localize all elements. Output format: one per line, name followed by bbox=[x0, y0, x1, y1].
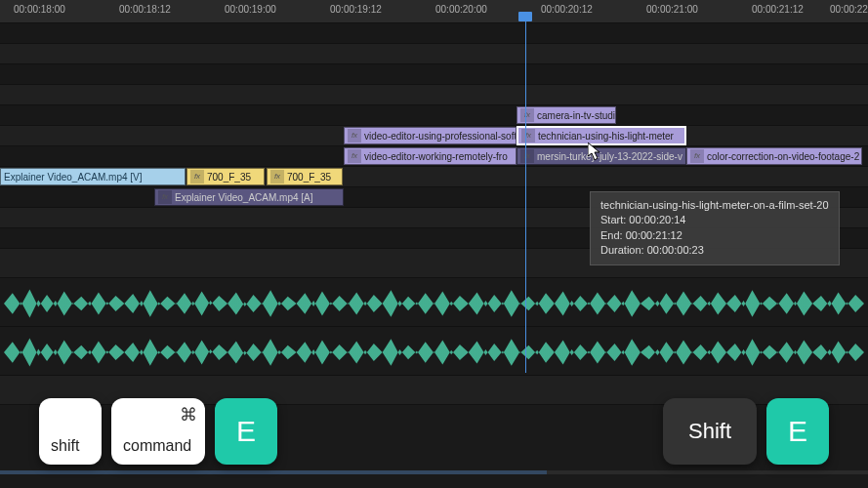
shortcut-keys-right: Shift E bbox=[663, 398, 829, 465]
playhead-line[interactable] bbox=[525, 21, 526, 373]
fx-badge-icon: fx bbox=[270, 170, 284, 183]
key-label: E bbox=[788, 415, 807, 448]
key-e-alt: E bbox=[766, 398, 829, 465]
ruler-tick: 00:00:21:00 bbox=[646, 4, 698, 15]
ruler-tick: 00:00:20:12 bbox=[541, 4, 593, 15]
ruler-tick: 00:00:21:12 bbox=[752, 4, 804, 15]
ruler-tick: 00:00:20:00 bbox=[435, 4, 487, 15]
ruler-tick: 00:00:19:00 bbox=[225, 4, 276, 15]
fx-badge-icon: fx bbox=[158, 190, 172, 204]
clip-700f-a[interactable]: fx 700_F_35 bbox=[186, 168, 265, 185]
clip-tooltip: technician-using-his-light-meter-on-a-fi… bbox=[590, 191, 840, 265]
waveform-icon bbox=[4, 335, 864, 370]
ruler-tick: 00:00:18:00 bbox=[14, 4, 65, 15]
audio-waveform-track-1[interactable] bbox=[0, 278, 868, 327]
clip-technician-light-meter[interactable]: fx technician-using-his-light-meter bbox=[517, 126, 686, 145]
key-shift-alt: Shift bbox=[663, 398, 757, 465]
clip-label: video-editor-working-remotely-fro bbox=[364, 151, 508, 162]
waveform-icon bbox=[4, 286, 864, 321]
video-track-6[interactable] bbox=[0, 44, 868, 64]
fx-badge-icon: fx bbox=[521, 129, 535, 142]
video-track-4[interactable] bbox=[0, 85, 868, 105]
clip-label: color-correction-on-video-footage-2 bbox=[707, 151, 859, 162]
command-symbol-icon: ⌘ bbox=[180, 404, 197, 426]
clip-camera-tv-studio[interactable]: fx camera-in-tv-studio-during-tv-rec bbox=[517, 106, 616, 124]
key-e: E bbox=[215, 398, 277, 465]
clip-explainer-audio[interactable]: fx Explainer Video_ACAM.mp4 [A] bbox=[154, 188, 344, 206]
clip-label: 700_F_35 bbox=[207, 172, 251, 183]
clip-label: technician-using-his-light-meter bbox=[538, 131, 674, 142]
clip-video-editor-software[interactable]: fx video-editor-using-professional-soft bbox=[344, 127, 517, 144]
video-track-row-4[interactable]: fx camera-in-tv-studio-during-tv-rec bbox=[0, 105, 868, 126]
key-shift: shift bbox=[39, 398, 102, 465]
audio-waveform-track-2[interactable] bbox=[0, 327, 868, 376]
key-label: E bbox=[236, 415, 256, 448]
video-track-5[interactable] bbox=[0, 64, 868, 85]
tooltip-start: Start: 00:00:20:14 bbox=[600, 213, 829, 227]
clip-label: Explainer Video_ACAM.mp4 [V] bbox=[4, 172, 143, 183]
shortcut-keys-left: shift ⌘ command E bbox=[39, 398, 277, 465]
fx-badge-icon: fx bbox=[190, 170, 204, 183]
clip-label: Explainer Video_ACAM.mp4 [A] bbox=[175, 192, 313, 203]
clip-label: video-editor-using-professional-soft bbox=[364, 131, 517, 142]
video-track-row-1[interactable]: Explainer Video_ACAM.mp4 [V] fx 700_F_35… bbox=[0, 167, 868, 187]
tooltip-title: technician-using-his-light-meter-on-a-fi… bbox=[600, 198, 829, 213]
key-label: command bbox=[123, 437, 191, 455]
clip-color-correction[interactable]: fx color-correction-on-video-footage-2 bbox=[686, 147, 862, 165]
fx-badge-icon: fx bbox=[520, 149, 534, 163]
playhead-marker-icon[interactable] bbox=[518, 12, 532, 21]
fx-badge-icon: fx bbox=[348, 149, 361, 163]
clip-mersin-turkey[interactable]: fx mersin-turkey-july-13-2022-side-v bbox=[517, 147, 686, 165]
fx-badge-icon: fx bbox=[690, 149, 704, 163]
clip-label: mersin-turkey-july-13-2022-side-v bbox=[537, 151, 682, 162]
timeline-ruler[interactable]: 00:00:18:00 00:00:18:12 00:00:19:00 00:0… bbox=[0, 0, 868, 23]
ruler-tick: 00:00:18:12 bbox=[119, 4, 171, 15]
tooltip-duration: Duration: 00:00:00:23 bbox=[600, 243, 829, 258]
video-track-row-2[interactable]: fx video-editor-working-remotely-fro fx … bbox=[0, 146, 868, 167]
key-label: Shift bbox=[688, 419, 731, 444]
clip-700f-b[interactable]: fx 700_F_35 bbox=[267, 168, 343, 185]
clip-explainer-video[interactable]: Explainer Video_ACAM.mp4 [V] bbox=[0, 168, 186, 185]
fx-badge-icon: fx bbox=[520, 108, 534, 122]
ruler-tick: 00:00:22:00 bbox=[830, 4, 868, 15]
clip-label: camera-in-tv-studio-during-tv-rec bbox=[537, 110, 616, 121]
timeline-scrollbar[interactable] bbox=[0, 470, 868, 474]
clip-video-editor-remote[interactable]: fx video-editor-working-remotely-fro bbox=[344, 147, 517, 165]
video-track-row-3[interactable]: fx video-editor-using-professional-soft … bbox=[0, 126, 868, 146]
clip-label: 700_F_35 bbox=[287, 172, 331, 183]
key-label: shift bbox=[51, 437, 79, 455]
video-track-7[interactable] bbox=[0, 23, 868, 44]
tooltip-end: End: 00:00:21:12 bbox=[600, 228, 829, 243]
ruler-tick: 00:00:19:12 bbox=[330, 4, 382, 15]
key-command: ⌘ command bbox=[111, 398, 205, 465]
fx-badge-icon: fx bbox=[348, 129, 361, 142]
